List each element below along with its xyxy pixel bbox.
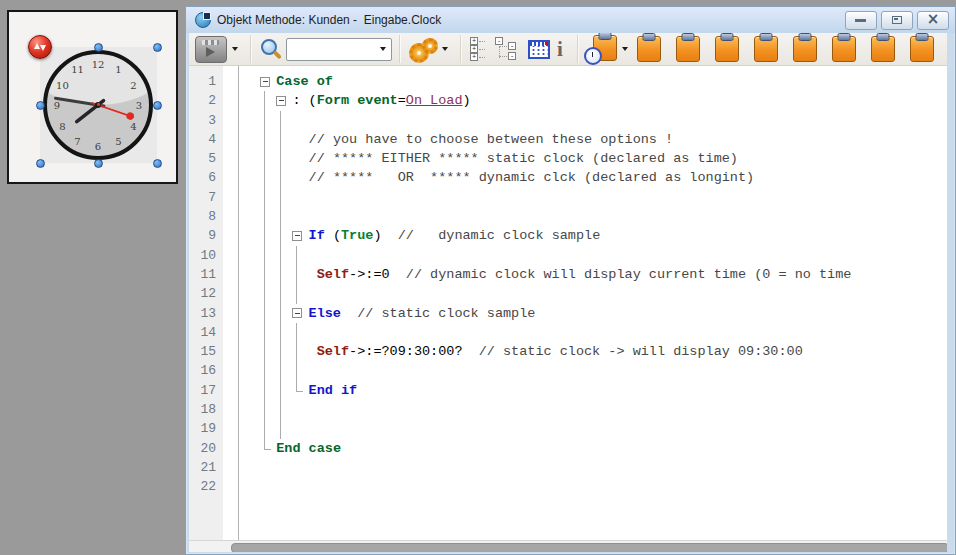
code-line[interactable]: 15 Self->:=?09:30:00? // static clock ->… — [189, 342, 947, 361]
code-line[interactable]: 5 // ***** EITHER ***** static clock (de… — [189, 149, 947, 168]
expand-all-button[interactable]: + + + — [468, 37, 494, 61]
code-token: ->:=?09:30:00? — [349, 344, 462, 359]
code-token: Else — [309, 306, 341, 321]
line-number: 20 — [189, 439, 223, 458]
clock-object[interactable]: 121234567891011 — [40, 47, 157, 163]
code-token: // dynamic clock sample — [382, 228, 601, 243]
method-window-icon[interactable] — [195, 12, 211, 28]
macros-gear-button[interactable] — [407, 36, 437, 63]
minimize-button[interactable] — [845, 11, 877, 30]
run-method-button[interactable] — [195, 36, 227, 63]
fold-toggle-icon[interactable] — [292, 304, 308, 323]
clipboard-icon[interactable] — [910, 36, 934, 62]
code-line[interactable]: 19 — [189, 419, 947, 438]
toolbar-separator — [460, 35, 461, 63]
code-line[interactable]: 16 — [189, 361, 947, 380]
selection-handle-top-middle[interactable] — [94, 43, 103, 52]
code-line[interactable]: 4 // you have to choose between these op… — [189, 130, 947, 149]
code-line[interactable]: 22 — [189, 477, 947, 496]
gutter-gap — [223, 458, 239, 477]
clipboard-icon[interactable] — [676, 36, 700, 62]
maximize-button[interactable] — [881, 11, 913, 30]
form-page-panel: 121234567891011 — [7, 10, 178, 184]
clipboard-history-button[interactable] — [585, 35, 617, 63]
code-line[interactable]: 11 Self->:=0 // dynamic clock will displ… — [189, 265, 947, 284]
code-line[interactable]: 1Case of — [189, 72, 947, 91]
selection-handle-bottom-right[interactable] — [153, 159, 162, 168]
fold-line — [260, 361, 276, 380]
code-lines: 1Case of2: (Form event=On Load)34 // you… — [189, 72, 947, 497]
gutter-gap — [223, 72, 239, 91]
fold-line — [276, 361, 292, 380]
horizontal-scrollbar-thumb[interactable] — [231, 543, 947, 552]
gutter-gap — [223, 111, 239, 130]
run-dropdown-arrow[interactable] — [232, 47, 238, 51]
object-method-badge-icon[interactable] — [28, 35, 52, 59]
clipboard-icon[interactable] — [871, 36, 895, 62]
gutter-gap — [223, 323, 239, 342]
code-line[interactable]: 14 — [189, 323, 947, 342]
clipboard-dropdown-arrow[interactable] — [622, 47, 628, 51]
fold-toggle-icon[interactable] — [260, 72, 276, 91]
line-number: 2 — [189, 91, 223, 110]
line-number: 10 — [189, 246, 223, 265]
code-line[interactable]: 8 — [189, 207, 947, 226]
code-token: End case — [276, 441, 341, 456]
code-line[interactable]: 10 — [189, 246, 947, 265]
line-number: 11 — [189, 265, 223, 284]
method-search-combobox[interactable] — [286, 38, 392, 61]
search-input[interactable] — [287, 42, 375, 56]
clipboard-icon[interactable] — [793, 36, 817, 62]
selection-handle-bottom-middle[interactable] — [94, 159, 103, 168]
fold-toggle-icon[interactable] — [292, 226, 308, 245]
code-line[interactable]: 3 — [189, 111, 947, 130]
selection-handle-middle-right[interactable] — [153, 101, 162, 110]
horizontal-scrollbar[interactable] — [189, 540, 947, 552]
collapse-all-button[interactable]: - - - — [494, 37, 520, 61]
selection-handle-bottom-left[interactable] — [36, 159, 45, 168]
gutter-gap — [223, 439, 239, 458]
line-number: 13 — [189, 304, 223, 323]
code-editor[interactable]: 1Case of2: (Form event=On Load)34 // you… — [189, 66, 947, 540]
toolbar-separator — [399, 35, 400, 63]
clipboard-icon[interactable] — [754, 36, 778, 62]
code-line[interactable]: 17End if — [189, 381, 947, 400]
line-number: 21 — [189, 458, 223, 477]
gutter-gap — [223, 342, 239, 361]
code-line[interactable]: 9If (True) // dynamic clock sample — [189, 226, 947, 245]
window-title: Objekt Methode: Kunden - Eingabe.Clock — [217, 13, 441, 27]
code-token: ) — [373, 228, 381, 243]
method-editor-window: Objekt Methode: Kunden - Eingabe.Clock — [185, 6, 956, 555]
close-button[interactable] — [917, 11, 949, 30]
toolbar-separator — [250, 35, 251, 63]
clipboard-icon[interactable] — [832, 36, 856, 62]
code-line[interactable]: 21 — [189, 458, 947, 477]
combobox-dropdown-arrow[interactable] — [380, 47, 386, 51]
gutter-gap — [223, 246, 239, 265]
code-line[interactable]: 12 — [189, 284, 947, 303]
code-line[interactable]: 7 — [189, 188, 947, 207]
selection-handle-top-right[interactable] — [153, 43, 162, 52]
fold-line — [260, 111, 276, 130]
code-line[interactable]: 13Else // static clock sample — [189, 304, 947, 323]
gear-dropdown-arrow[interactable] — [442, 47, 448, 51]
line-number: 16 — [189, 361, 223, 380]
line-number: 15 — [189, 342, 223, 361]
code-line[interactable]: 20End case — [189, 439, 947, 458]
selection-handle-middle-left[interactable] — [36, 101, 45, 110]
code-line[interactable]: 18 — [189, 400, 947, 419]
gutter-gap — [223, 477, 239, 496]
gutter-gap — [223, 130, 239, 149]
fold-line — [276, 188, 292, 207]
fold-line — [260, 91, 276, 110]
fold-toggle-icon[interactable] — [276, 91, 292, 110]
gutter-gap — [223, 226, 239, 245]
fold-line — [260, 342, 276, 361]
code-line[interactable]: 2: (Form event=On Load) — [189, 91, 947, 110]
clipboard-icon[interactable] — [715, 36, 739, 62]
clipboard-icon[interactable] — [637, 36, 661, 62]
info-icon[interactable]: i — [550, 37, 570, 62]
code-line[interactable]: 6 // ***** OR ***** dynamic clck (declar… — [189, 168, 947, 187]
macros-window-icon[interactable] — [528, 40, 550, 59]
fold-line — [276, 111, 292, 130]
